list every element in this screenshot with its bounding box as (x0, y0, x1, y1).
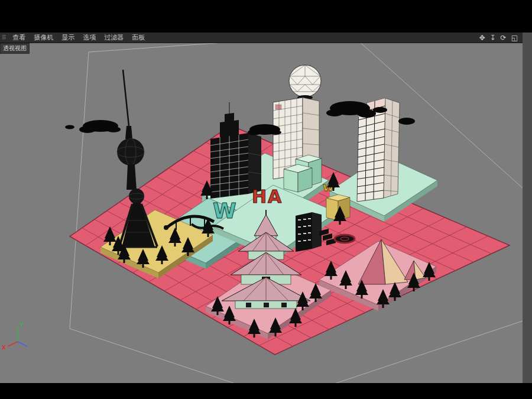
viewport-canvas[interactable]: W HA w (0, 43, 523, 383)
menu-item-panel[interactable]: 面板 (128, 33, 149, 43)
right-panel-strip (523, 33, 532, 383)
toggle-view-icon[interactable]: ◱ (509, 33, 520, 43)
menu-item-camera[interactable]: 摄像机 (30, 33, 57, 43)
title-bar (0, 0, 532, 33)
menu-item-view[interactable]: 查看 (8, 33, 30, 43)
letter-w: W (213, 199, 236, 223)
axis-x-label: X (2, 345, 6, 351)
zoom-view-icon[interactable]: ↧ (488, 33, 498, 43)
axis-y-label: Y (19, 322, 24, 328)
viewport-label[interactable]: 透视视图 (0, 43, 30, 54)
letter-ha: HA (252, 186, 283, 207)
round-plaza[interactable] (335, 235, 355, 243)
pan-view-icon[interactable]: ✥ (476, 33, 487, 43)
perspective-viewport[interactable]: W HA w (0, 43, 523, 383)
menu-item-filter[interactable]: 过滤器 (100, 33, 128, 43)
menu-item-options[interactable]: 选项 (79, 33, 100, 43)
menu-grip-icon[interactable]: ⠿ (0, 33, 8, 43)
bottom-bar (0, 383, 532, 399)
view-control-icons: ✥ ↧ ⟳ ◱ (476, 33, 523, 43)
rotate-view-icon[interactable]: ⟳ (498, 33, 509, 43)
application-window: ⠿ 查看 摄像机 显示 选项 过滤器 面板 ✥ ↧ ⟳ ◱ (0, 0, 532, 399)
menu-item-display[interactable]: 显示 (57, 33, 79, 43)
viewport-menu-bar: ⠿ 查看 摄像机 显示 选项 过滤器 面板 ✥ ↧ ⟳ ◱ (0, 33, 523, 43)
dark-mid-building[interactable] (296, 212, 322, 252)
